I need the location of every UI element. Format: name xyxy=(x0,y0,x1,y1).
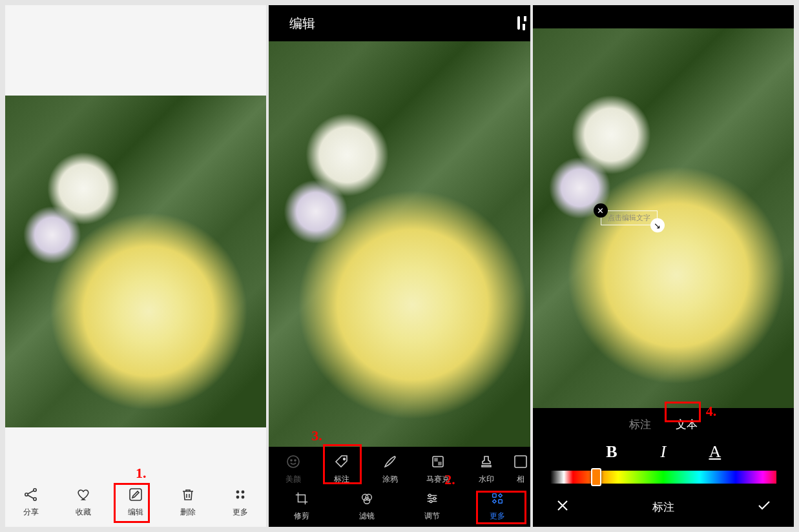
color-slider-handle[interactable] xyxy=(591,468,601,486)
sliders-icon xyxy=(424,490,441,507)
text-overlay-box[interactable]: ✕ 点击编辑文字 ↘ xyxy=(601,210,658,225)
editor-tools-row-1: 美颜 标注 涂鸦 马赛克 水印 相 xyxy=(269,451,530,487)
adjust-label: 调节 xyxy=(424,511,440,522)
svg-point-21 xyxy=(429,495,431,497)
editor-tools-panel: 美颜 标注 涂鸦 马赛克 水印 相 xyxy=(269,447,530,527)
tab-text[interactable]: 文本 xyxy=(672,416,701,433)
svg-point-20 xyxy=(364,498,369,504)
svg-point-6 xyxy=(236,491,238,493)
svg-point-10 xyxy=(287,456,299,467)
svg-rect-5 xyxy=(130,489,141,500)
share-button[interactable]: 分享 xyxy=(5,486,57,518)
check-icon xyxy=(756,498,772,513)
frame-tool[interactable]: 相 xyxy=(511,453,530,485)
edit-button[interactable]: 编辑 xyxy=(110,486,162,518)
cancel-button[interactable] xyxy=(555,498,570,517)
draw-tool[interactable]: 涂鸦 xyxy=(366,453,414,485)
edit-label: 编辑 xyxy=(128,507,143,518)
filter-label: 滤镜 xyxy=(359,511,375,522)
photo-content xyxy=(269,41,530,447)
more-icon xyxy=(232,486,249,503)
svg-point-4 xyxy=(34,498,36,500)
adjust-tool[interactable]: 调节 xyxy=(399,490,464,522)
text-annotate-screen: ✕ 点击编辑文字 ↘ 标注 文本 B I A 标注 4. xyxy=(533,5,794,527)
save-icon xyxy=(517,16,520,30)
photo-content xyxy=(5,96,266,427)
grid-icon xyxy=(489,490,506,507)
more-button[interactable]: 更多 xyxy=(214,486,266,518)
stamp-icon xyxy=(478,453,495,470)
save-button[interactable] xyxy=(517,17,520,29)
svg-point-12 xyxy=(295,460,296,461)
tag-icon xyxy=(333,453,350,470)
filter-icon xyxy=(358,490,375,507)
share-icon xyxy=(23,486,39,503)
confirm-title: 标注 xyxy=(570,500,756,515)
trash-icon xyxy=(180,486,196,503)
frame-label: 相 xyxy=(517,474,524,485)
text-overlay-placeholder[interactable]: 点击编辑文字 xyxy=(601,210,658,225)
editor-screen: 编辑 美颜 标注 涂鸦 马赛克 xyxy=(269,5,530,527)
svg-rect-25 xyxy=(499,500,503,504)
confirm-button[interactable] xyxy=(756,498,772,517)
filter-tool[interactable]: 滤镜 xyxy=(334,490,399,522)
svg-point-11 xyxy=(291,460,292,461)
editor-topbar: 编辑 xyxy=(269,5,530,41)
svg-point-23 xyxy=(430,500,432,503)
font-button[interactable]: A xyxy=(705,442,725,462)
close-icon[interactable]: ✕ xyxy=(594,203,608,218)
text-topbar xyxy=(533,5,794,28)
svg-point-7 xyxy=(242,491,244,493)
gallery-viewer-screen: 分享 收藏 编辑 删除 更多 1. xyxy=(5,5,266,527)
svg-point-22 xyxy=(433,497,436,500)
face-icon xyxy=(285,453,302,470)
editor-title: 编辑 xyxy=(289,15,315,32)
resize-handle-icon[interactable]: ↘ xyxy=(650,218,665,232)
beauty-label: 美颜 xyxy=(285,474,301,485)
more-tools[interactable]: 更多 xyxy=(465,490,530,522)
italic-button[interactable]: I xyxy=(654,442,673,462)
share-label: 分享 xyxy=(23,507,39,518)
color-slider[interactable] xyxy=(550,471,776,484)
crop-icon xyxy=(293,490,310,507)
watermark-label: 水印 xyxy=(479,474,494,485)
crop-tool[interactable]: 修剪 xyxy=(269,490,334,522)
annotate-tool[interactable]: 标注 xyxy=(317,453,366,485)
svg-rect-17 xyxy=(515,456,526,467)
frame-icon xyxy=(512,453,529,470)
text-tabs: 标注 文本 xyxy=(625,416,701,433)
editor-tools-row-2: 修剪 滤镜 调节 更多 xyxy=(269,487,530,524)
svg-point-19 xyxy=(366,495,371,500)
photo-viewport[interactable] xyxy=(5,41,266,481)
bold-button[interactable]: B xyxy=(602,442,621,462)
close-icon xyxy=(555,498,570,513)
tab-annotate[interactable]: 标注 xyxy=(625,416,655,433)
draw-label: 涂鸦 xyxy=(382,474,398,485)
annotate-label: 标注 xyxy=(334,474,349,485)
more-label: 更多 xyxy=(233,507,248,518)
watermark-tool[interactable]: 水印 xyxy=(462,453,511,485)
mosaic-icon xyxy=(430,453,446,470)
delete-label: 删除 xyxy=(180,507,196,518)
heart-icon xyxy=(75,486,92,503)
text-photo-viewport[interactable]: ✕ 点击编辑文字 ↘ xyxy=(533,28,794,408)
svg-rect-15 xyxy=(435,458,437,461)
text-style-row: B I A xyxy=(602,442,725,462)
mosaic-tool[interactable]: 马赛克 xyxy=(414,453,462,485)
more-tools-label: 更多 xyxy=(490,511,505,522)
svg-point-3 xyxy=(34,489,36,491)
delete-button[interactable]: 删除 xyxy=(162,486,214,518)
viewer-topbar xyxy=(5,5,266,41)
photo-content xyxy=(533,28,794,408)
svg-rect-24 xyxy=(493,494,497,498)
favorite-button[interactable]: 收藏 xyxy=(57,486,110,518)
brush-icon xyxy=(382,453,399,470)
favorite-label: 收藏 xyxy=(76,507,91,518)
editor-photo-viewport[interactable] xyxy=(269,41,530,447)
svg-rect-16 xyxy=(439,462,441,465)
svg-point-13 xyxy=(343,458,345,460)
beauty-tool[interactable]: 美颜 xyxy=(269,453,317,485)
viewer-bottom-toolbar: 分享 收藏 编辑 删除 更多 xyxy=(5,481,266,527)
mosaic-label: 马赛克 xyxy=(426,474,450,485)
text-tool-panel: 标注 文本 B I A 标注 xyxy=(533,408,794,527)
